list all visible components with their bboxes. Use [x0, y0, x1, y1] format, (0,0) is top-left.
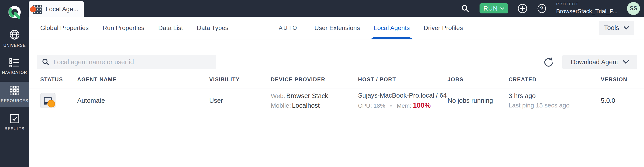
agents-toolbar: Download Agent — [29, 55, 644, 69]
chevron-down-icon — [500, 7, 504, 10]
secondary-nav: Global Properties Run Properties Data Li… — [29, 17, 644, 40]
globe-icon — [9, 29, 20, 40]
dot-separator: • — [390, 102, 392, 109]
download-agent-button[interactable]: Download Agent — [562, 55, 637, 69]
web-provider: Browser Stack — [286, 92, 328, 100]
tab-data-list[interactable]: Data List — [158, 17, 183, 39]
project-selector[interactable]: PROJECT BrowserStack_Trial_P... — [556, 2, 618, 15]
search-input[interactable] — [54, 58, 211, 66]
grid-orange-dot-icon — [33, 4, 42, 14]
tab-global-properties[interactable]: Global Properties — [40, 17, 88, 39]
version-cell: 5.0.0 — [601, 97, 637, 104]
top-bar: Local Age... RUN ? PROJECT BrowserStack_… — [0, 0, 644, 17]
tools-label: Tools — [604, 24, 619, 32]
web-label: Web: — [271, 92, 285, 100]
svg-text:?: ? — [540, 5, 544, 12]
local-agents-table: STATUS AGENT NAME VISIBILITY DEVICE PROV… — [29, 76, 644, 113]
created-cell: 3 hrs ago Last ping 15 secs ago — [508, 92, 601, 109]
sidebar-item-universe[interactable]: UNIVERSE — [0, 26, 29, 51]
agent-status-icon[interactable] — [40, 93, 56, 108]
grid-icon — [10, 86, 20, 96]
col-agent-name: AGENT NAME — [77, 76, 209, 82]
tab-label: Local Age... — [46, 6, 78, 13]
avatar-initials: SS — [630, 5, 637, 12]
refresh-icon — [544, 57, 554, 67]
col-version: VERSION — [601, 76, 637, 82]
auto-section-label: AUTO — [279, 24, 298, 31]
col-jobs: JOBS — [448, 76, 508, 82]
tab-run-properties[interactable]: Run Properties — [102, 17, 144, 39]
agent-visibility: User — [209, 97, 271, 104]
tab-driver-profiles[interactable]: Driver Profiles — [424, 17, 463, 39]
created-time: 3 hrs ago — [508, 92, 601, 100]
sidebar-item-navigator[interactable]: NAVIGATOR — [0, 54, 29, 79]
tab-local-agents[interactable]: Local Agents — [374, 17, 410, 39]
sidebar-item-resources[interactable]: RESOURCES — [0, 82, 29, 107]
sidebar-label: RESULTS — [5, 126, 24, 131]
mobile-label: Mobile: — [271, 102, 291, 109]
tab-user-extensions[interactable]: User Extensions — [314, 17, 360, 39]
last-ping: Last ping 15 secs ago — [508, 102, 601, 109]
agent-search[interactable] — [37, 55, 216, 69]
col-device-provider: DEVICE PROVIDER — [271, 76, 358, 82]
table-row[interactable]: Automate User Web: Browser Stack Mobile:… — [29, 88, 644, 113]
project-label: PROJECT — [556, 2, 618, 6]
tools-button[interactable]: Tools — [599, 21, 634, 35]
q-logo-icon — [6, 4, 23, 22]
app-logo[interactable] — [0, 0, 29, 17]
mem-value: 100% — [413, 102, 430, 109]
run-label: RUN — [484, 5, 498, 12]
cpu-label: CPU: — [358, 102, 372, 109]
download-agent-label: Download Agent — [571, 58, 618, 66]
sidebar-item-results[interactable]: RESULTS — [0, 110, 29, 135]
main-content: Global Properties Run Properties Data Li… — [29, 17, 644, 167]
col-status: STATUS — [40, 76, 77, 82]
avatar[interactable]: SS — [627, 2, 640, 15]
run-button[interactable]: RUN — [480, 3, 508, 14]
cpu-value: 18% — [374, 102, 385, 109]
project-name: BrowserStack_Trial_P... — [556, 8, 618, 15]
sidebar: UNIVERSE NAVIGATOR RESOURCES RESULTS — [0, 17, 29, 167]
open-tab-local-agents[interactable]: Local Age... — [29, 1, 84, 17]
list-icon — [10, 58, 20, 68]
col-visibility: VISIBILITY — [209, 76, 271, 82]
sidebar-label: UNIVERSE — [3, 43, 26, 48]
search-icon[interactable] — [460, 4, 470, 14]
tab-data-types[interactable]: Data Types — [197, 17, 228, 39]
help-icon[interactable]: ? — [537, 4, 547, 14]
refresh-button[interactable] — [544, 57, 554, 67]
device-provider-cell: Web: Browser Stack Mobile: Localhost — [271, 92, 358, 109]
busy-status-dot — [48, 100, 55, 108]
mem-label: Mem: — [397, 102, 411, 109]
host-port-cell: Sujays-MacBook-Pro.local / 64 CPU: 18% •… — [358, 92, 448, 110]
col-host-port: HOST / PORT — [358, 76, 448, 82]
sidebar-label: NAVIGATOR — [2, 70, 27, 75]
chevron-down-icon — [624, 26, 629, 30]
agent-name[interactable]: Automate — [77, 97, 209, 104]
col-created: CREATED — [508, 76, 601, 82]
jobs-cell: No jobs running — [448, 97, 508, 104]
search-icon — [42, 58, 50, 66]
mobile-provider: Localhost — [292, 102, 320, 109]
chevron-down-icon — [623, 60, 629, 64]
checkbox-check-icon — [10, 114, 20, 124]
host-name: Sujays-MacBook-Pro.local / 64 — [358, 92, 448, 99]
sidebar-label: RESOURCES — [1, 98, 28, 103]
add-icon[interactable] — [518, 4, 528, 14]
table-header-row: STATUS AGENT NAME VISIBILITY DEVICE PROV… — [29, 76, 644, 88]
